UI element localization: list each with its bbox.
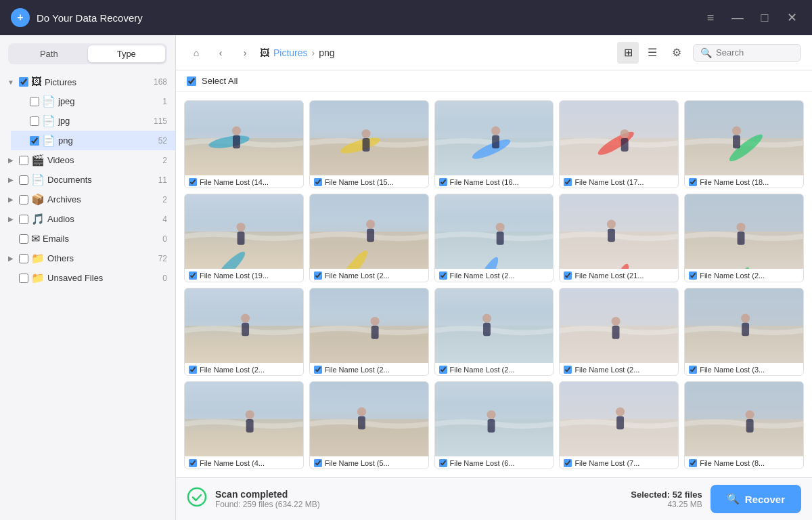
checkbox-jpg[interactable] bbox=[30, 116, 39, 126]
file-card[interactable]: File Name Lost (14... bbox=[184, 100, 304, 188]
checkbox-pictures[interactable] bbox=[19, 77, 28, 87]
file-checkbox[interactable] bbox=[314, 459, 322, 467]
file-card[interactable]: File Name Lost (2... bbox=[684, 194, 804, 282]
svg-point-18 bbox=[621, 129, 629, 138]
file-name-row: File Name Lost (18... bbox=[685, 175, 803, 188]
file-card[interactable]: File Name Lost (16... bbox=[434, 100, 554, 188]
file-card[interactable]: File Name Lost (2... bbox=[434, 194, 554, 282]
checkbox-jpeg[interactable] bbox=[30, 97, 39, 106]
file-name: File Name Lost (18... bbox=[700, 178, 769, 186]
checkbox-videos[interactable] bbox=[19, 156, 28, 165]
maximize-button[interactable]: □ bbox=[755, 8, 774, 27]
tab-path[interactable]: Path bbox=[10, 45, 88, 62]
app-body: Path Type ▼ 🖼 Pictures 168 ▶ 📄 jpeg 1 bbox=[0, 35, 812, 520]
checkbox-emails[interactable] bbox=[19, 234, 28, 244]
checkbox-audios[interactable] bbox=[19, 215, 28, 224]
checkbox-unsaved[interactable] bbox=[19, 274, 28, 283]
recover-button[interactable]: 🔍 Recover bbox=[710, 485, 801, 513]
checkbox-png[interactable] bbox=[30, 136, 39, 146]
file-thumbnail bbox=[185, 194, 303, 269]
list-view-button[interactable]: ☰ bbox=[641, 42, 663, 64]
tree-item-png[interactable]: ▶ 📄 png 52 bbox=[11, 131, 175, 150]
select-all-checkbox[interactable] bbox=[187, 77, 196, 86]
svg-rect-14 bbox=[492, 135, 499, 149]
file-checkbox[interactable] bbox=[439, 366, 447, 374]
forward-button[interactable]: › bbox=[235, 43, 254, 62]
file-checkbox[interactable] bbox=[189, 459, 197, 467]
file-checkbox[interactable] bbox=[314, 366, 322, 374]
checkbox-archives[interactable] bbox=[19, 195, 28, 204]
file-card[interactable]: File Name Lost (17... bbox=[559, 100, 679, 188]
back-button[interactable]: ‹ bbox=[211, 43, 230, 62]
tree-item-others[interactable]: ▶ 📁 Others 72 bbox=[0, 248, 175, 268]
breadcrumb-path1[interactable]: Pictures bbox=[273, 47, 308, 58]
file-checkbox[interactable] bbox=[439, 272, 447, 280]
menu-button[interactable]: ≡ bbox=[701, 8, 720, 27]
file-checkbox[interactable] bbox=[314, 178, 322, 186]
file-checkbox[interactable] bbox=[439, 178, 447, 186]
svg-rect-20 bbox=[685, 101, 803, 138]
file-card[interactable]: File Name Lost (2... bbox=[434, 288, 554, 376]
search-input[interactable] bbox=[716, 47, 794, 58]
file-card[interactable]: File Name Lost (15... bbox=[309, 100, 429, 188]
file-card[interactable]: File Name Lost (2... bbox=[559, 288, 679, 376]
file-checkbox[interactable] bbox=[189, 272, 197, 280]
svg-rect-69 bbox=[612, 326, 620, 339]
file-card[interactable]: File Name Lost (6... bbox=[434, 381, 554, 469]
file-card[interactable]: File Name Lost (21... bbox=[559, 194, 679, 282]
file-card[interactable]: File Name Lost (19... bbox=[184, 194, 304, 282]
file-name: File Name Lost (14... bbox=[200, 178, 269, 186]
file-checkbox[interactable] bbox=[439, 459, 447, 467]
pictures-icon: 🖼 bbox=[31, 76, 42, 88]
tree-item-pictures[interactable]: ▼ 🖼 Pictures 168 bbox=[0, 72, 175, 91]
file-thumbnail bbox=[310, 288, 428, 363]
file-checkbox[interactable] bbox=[689, 459, 697, 467]
file-card[interactable]: File Name Lost (2... bbox=[184, 288, 304, 376]
file-card[interactable]: File Name Lost (2... bbox=[309, 194, 429, 282]
tree-item-audios[interactable]: ▶ 🎵 Audios 4 bbox=[0, 209, 175, 229]
file-card[interactable]: File Name Lost (8... bbox=[684, 381, 804, 469]
file-card[interactable]: File Name Lost (3... bbox=[684, 288, 804, 376]
close-button[interactable]: ✕ bbox=[782, 8, 801, 27]
tree-item-archives[interactable]: ▶ 📦 Archives 2 bbox=[0, 190, 175, 209]
statusbar: Scan completed Found: 259 files (634.22 … bbox=[176, 477, 812, 520]
tree-item-jpg[interactable]: ▶ 📄 jpg 115 bbox=[11, 111, 175, 131]
tree-item-unsaved[interactable]: ▶ 📁 Unsaved Files 0 bbox=[0, 268, 175, 288]
file-card[interactable]: File Name Lost (4... bbox=[184, 381, 304, 469]
file-checkbox[interactable] bbox=[189, 178, 197, 186]
file-checkbox[interactable] bbox=[689, 366, 697, 374]
filter-button[interactable]: ⚙ bbox=[666, 42, 687, 64]
file-checkbox[interactable] bbox=[564, 459, 572, 467]
home-button[interactable]: ⌂ bbox=[187, 43, 206, 62]
checkbox-documents[interactable] bbox=[19, 175, 28, 185]
tree-item-jpeg[interactable]: ▶ 📄 jpeg 1 bbox=[11, 91, 175, 111]
file-checkbox[interactable] bbox=[564, 272, 572, 280]
checkbox-others[interactable] bbox=[19, 254, 28, 263]
svg-point-3 bbox=[232, 127, 241, 135]
svg-point-88 bbox=[487, 410, 495, 419]
file-card[interactable]: File Name Lost (5... bbox=[309, 381, 429, 469]
tab-type[interactable]: Type bbox=[88, 45, 166, 62]
jpg-icon: 📄 bbox=[42, 114, 55, 127]
file-checkbox[interactable] bbox=[689, 272, 697, 280]
tree-item-videos[interactable]: ▶ 🎬 Videos 2 bbox=[0, 150, 175, 170]
file-card[interactable]: File Name Lost (2... bbox=[309, 288, 429, 376]
breadcrumb: 🖼 Pictures › png bbox=[260, 47, 612, 58]
minimize-button[interactable]: — bbox=[728, 8, 747, 27]
file-checkbox[interactable] bbox=[314, 272, 322, 280]
file-checkbox[interactable] bbox=[189, 366, 197, 374]
file-name: File Name Lost (2... bbox=[574, 366, 639, 374]
file-checkbox[interactable] bbox=[564, 178, 572, 186]
file-name: File Name Lost (2... bbox=[325, 272, 390, 280]
expand-arrow-archives: ▶ bbox=[5, 194, 16, 205]
file-card[interactable]: File Name Lost (7... bbox=[559, 381, 679, 469]
tree-item-documents[interactable]: ▶ 📄 Documents 11 bbox=[0, 170, 175, 190]
tree-item-emails[interactable]: ▶ ✉ Emails 0 bbox=[0, 229, 175, 248]
file-checkbox[interactable] bbox=[564, 366, 572, 374]
right-panel: ⌂ ‹ › 🖼 Pictures › png ⊞ ☰ ⚙ 🔍 bbox=[176, 35, 812, 520]
audios-count: 4 bbox=[151, 215, 167, 224]
file-checkbox[interactable] bbox=[689, 178, 697, 186]
svg-rect-19 bbox=[621, 138, 629, 152]
file-card[interactable]: File Name Lost (18... bbox=[684, 100, 804, 188]
grid-view-button[interactable]: ⊞ bbox=[617, 42, 639, 64]
